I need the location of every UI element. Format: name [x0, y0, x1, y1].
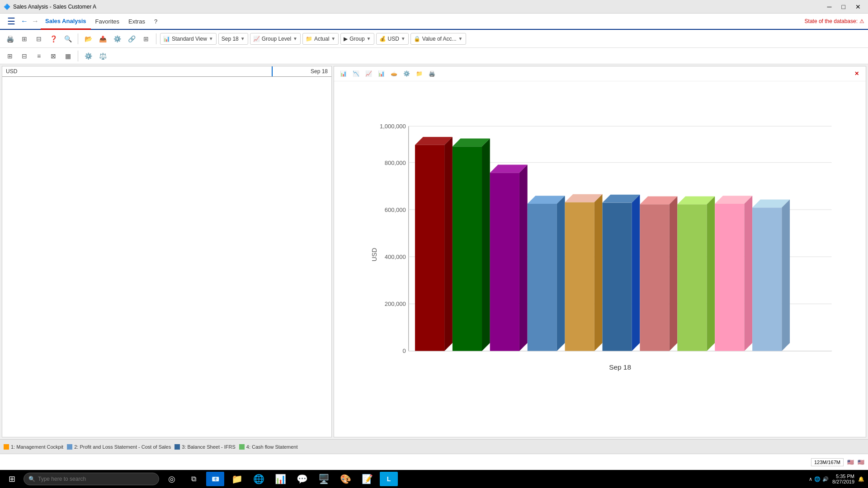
link-button[interactable]: 🔗	[125, 33, 138, 45]
actual-label: Actual	[314, 36, 329, 42]
chart-settings-button[interactable]: ⚙️	[401, 68, 412, 79]
tab-balance-sheet[interactable]: 3: Balance Sheet - IFRS	[175, 444, 236, 450]
taskbar-outlook[interactable]: 📧	[206, 472, 224, 486]
time: 5:35 PM	[832, 474, 854, 479]
status-bar: 123M/167M 🇺🇸 🇺🇸	[0, 454, 868, 470]
settings-button[interactable]: ⚙️	[111, 33, 123, 45]
bar-chart-svg: USD 0 200,000 400,000 600,000 800,000	[366, 90, 848, 419]
tab-label-4: 4: Cash flow Statement	[246, 444, 298, 450]
forward-button[interactable]: →	[30, 14, 41, 29]
period-label: Sep 18	[222, 36, 239, 42]
tab-label-3: 3: Balance Sheet - IFRS	[182, 444, 236, 450]
bar-customer-d[interactable]	[528, 204, 557, 351]
tab-cash-flow[interactable]: 4: Cash flow Statement	[239, 444, 298, 450]
currency-dropdown[interactable]: 💰 USD ▼	[376, 33, 409, 45]
area-chart-button[interactable]: 📊	[376, 68, 387, 79]
separator3	[78, 51, 78, 61]
chevron-down-icon: ▼	[458, 36, 463, 41]
back-button[interactable]: ←	[19, 14, 30, 29]
bottom-tabs: 1: Management Cockpit 2: Profit and Loss…	[0, 439, 868, 454]
memory-usage: 123M/167M	[811, 458, 844, 466]
menu-extras[interactable]: Extras	[124, 14, 150, 29]
bar-customer-a[interactable]	[415, 145, 444, 351]
date: 8/27/2019	[832, 479, 854, 484]
open-button[interactable]: 📂	[82, 33, 94, 45]
hamburger-button[interactable]: ☰	[4, 14, 19, 29]
view-button[interactable]: ⊞	[18, 33, 31, 45]
flag-icon-2: 🇺🇸	[858, 459, 864, 465]
grid-body[interactable]	[2, 77, 331, 437]
grid2-button[interactable]: ⊟	[18, 50, 31, 62]
taskbar-task-view[interactable]: ⧉	[184, 470, 203, 488]
start-button[interactable]: ⊞	[4, 471, 20, 487]
grid4-button[interactable]: ⊠	[47, 50, 60, 62]
chart-toolbar: 📊 📉 📈 📊 🥧 ⚙️ 📁 🖨️ ✕	[334, 66, 866, 81]
taskbar: ⊞ 🔍 ◎ ⧉ 📧 📁 🌐 📊 💬 🖥️ 🎨 📝 L ∧ 🌐 🔊 5:35 PM…	[0, 470, 868, 488]
value-type-dropdown[interactable]: 🔒 Value of Acc... ▼	[410, 33, 466, 45]
chart-print-button[interactable]: 🖨️	[426, 68, 437, 79]
standard-view-dropdown[interactable]: 📊 Standard View ▼	[160, 33, 217, 45]
bar-customer-f[interactable]	[603, 203, 632, 351]
bar-customer-g[interactable]	[640, 204, 669, 351]
notification-icon[interactable]: 🔔	[858, 476, 864, 482]
taskbar-rdp[interactable]: 🖥️	[315, 470, 333, 488]
taskbar-excel[interactable]: 📊	[271, 470, 289, 488]
maximize-button[interactable]: □	[838, 2, 849, 11]
menu-help[interactable]: ?	[150, 14, 162, 29]
taskbar-cortana[interactable]: ◎	[163, 470, 181, 488]
tab-color-4	[239, 444, 245, 450]
taskbar-explorer[interactable]: 📁	[228, 470, 246, 488]
tab-profit-loss[interactable]: 2: Profit and Loss Statement - Cost of S…	[67, 444, 171, 450]
grid1-button[interactable]: ⊞	[4, 50, 16, 62]
grid3-button[interactable]: ≡	[33, 50, 45, 62]
close-button[interactable]: ✕	[852, 2, 864, 11]
bar-customer-e[interactable]	[565, 202, 594, 351]
svg-marker-21	[557, 196, 565, 351]
search-input[interactable]	[38, 476, 154, 482]
tab-management-cockpit[interactable]: 1: Management Cockpit	[4, 444, 63, 450]
table-button[interactable]: ⊟	[33, 33, 45, 45]
chevron-down-icon: ▼	[331, 36, 335, 41]
column-sep18: Sep 18	[273, 66, 331, 76]
svg-text:1,000,000: 1,000,000	[380, 123, 406, 130]
menu-sales-analysis[interactable]: Sales Analysis	[41, 14, 91, 30]
period-dropdown[interactable]: Sep 18 ▼	[218, 33, 248, 45]
up-arrow-icon[interactable]: ∧	[809, 476, 812, 482]
chart-close-button[interactable]: ✕	[851, 68, 862, 79]
bar-customer-b[interactable]	[453, 146, 482, 351]
menu-favorites[interactable]: Favorites	[91, 14, 124, 29]
pie-chart-button[interactable]: 🥧	[388, 68, 399, 79]
taskbar-paint[interactable]: 🎨	[336, 470, 354, 488]
column-usd: USD	[2, 66, 273, 76]
bar-customer-c[interactable]	[490, 173, 519, 351]
taskbar-word[interactable]: 📝	[358, 470, 376, 488]
data-grid-panel: USD Sep 18	[2, 66, 332, 437]
settings2-button[interactable]: ⚙️	[82, 50, 94, 62]
standard-view-icon: 📊	[163, 36, 170, 42]
taskbar-skype[interactable]: 💬	[293, 470, 311, 488]
line-chart-button[interactable]: 📈	[363, 68, 374, 79]
grid-view-button[interactable]: ⊞	[140, 33, 152, 45]
group-level-dropdown[interactable]: 📈 Group Level ▼	[250, 33, 301, 45]
svg-marker-19	[519, 165, 528, 351]
search-box[interactable]: 🔍	[24, 473, 159, 485]
print-button[interactable]: 🖨️	[4, 33, 16, 45]
bar-chart-button[interactable]: 📊	[338, 68, 349, 79]
taskbar-chrome[interactable]: 🌐	[250, 470, 268, 488]
grid5-button[interactable]: ▦	[61, 50, 74, 62]
chart-folder-button[interactable]: 📁	[414, 68, 425, 79]
actual-dropdown[interactable]: 📁 Actual ▼	[302, 33, 339, 45]
help-button[interactable]: ❓	[47, 33, 60, 45]
search-button[interactable]: 🔍	[61, 33, 74, 45]
group-dropdown[interactable]: ▶ Group ▼	[340, 33, 374, 45]
taskbar-sap[interactable]: L	[380, 472, 398, 486]
bar-customer-j[interactable]	[752, 207, 782, 351]
bar-chart2-button[interactable]: 📉	[350, 68, 361, 79]
bar-customer-i[interactable]	[715, 204, 744, 351]
upload-button[interactable]: 📤	[96, 33, 109, 45]
tab-label-1: 1: Management Cockpit	[11, 444, 63, 450]
network-icon: 🌐	[814, 476, 821, 482]
balance-button[interactable]: ⚖️	[96, 50, 109, 62]
minimize-button[interactable]: ─	[824, 2, 835, 11]
bar-customer-h[interactable]	[677, 204, 707, 351]
